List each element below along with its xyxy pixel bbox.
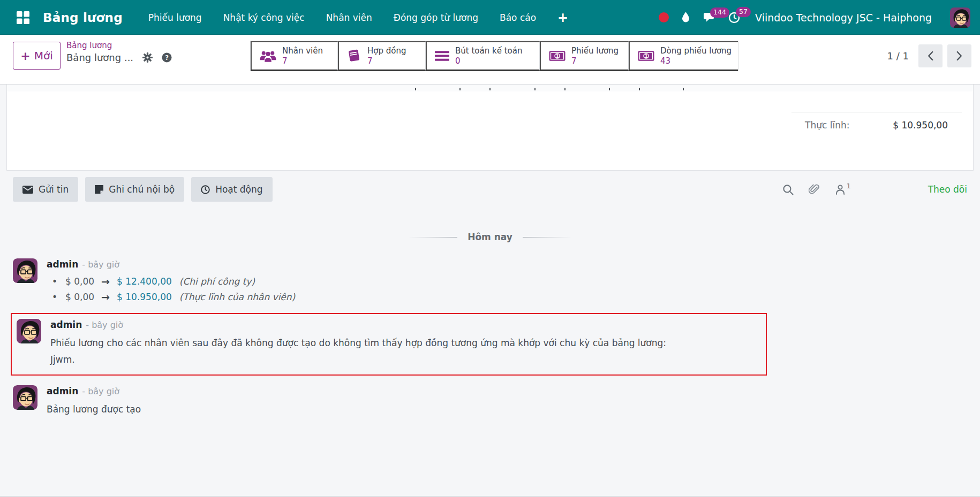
banknote-icon: 1 [638,50,654,62]
net-total-row: Thực lĩnh: $ 10.950,00 [791,112,962,131]
schedule-activity-button[interactable]: Hoạt động [191,177,272,202]
chevron-right-icon [958,52,961,60]
tracking-row: $ 0,00 $ 10.950,00 (Thực lĩnh của nhân v… [47,292,295,302]
book-icon [347,49,361,63]
tracking-field-note: (Thực lĩnh của nhân viên) [179,292,295,302]
payroll-form-screen: Bảng lương Phiếu lương Nhật ký công việc… [0,0,980,497]
app-menu: Phiếu lương Nhật ký công việc Nhân viên … [148,11,568,24]
avatar[interactable] [13,385,37,410]
message-tracking-values: admin - bây giờ $ 0,00 $ 12.400,00 (Chi … [13,258,980,302]
avatar[interactable] [13,258,37,283]
pager: 1 / 1 [887,41,971,71]
log-note-button[interactable]: Ghi chú nội bộ [85,177,184,202]
menu-item-nhan-vien[interactable]: Nhân viên [326,12,372,23]
date-divider-label: Hôm nay [468,232,512,242]
message-created-note: admin - bây giờ Bảng lương được tạo [13,385,980,418]
pager-next-button[interactable] [947,44,971,67]
menu-item-bao-cao[interactable]: Báo cáo [500,12,536,23]
followers-icon[interactable]: 1 [835,184,850,195]
pager-previous-button[interactable] [918,44,943,67]
message-author[interactable]: admin [50,319,82,330]
followers-count: 1 [846,182,850,190]
message-author[interactable]: admin [47,386,78,396]
users-icon [260,50,276,62]
top-navbar: Bảng lương Phiếu lương Nhật ký công việc… [0,0,980,35]
help-icon[interactable]: ? [162,52,172,63]
breadcrumb-current: Bảng lương ... [66,52,133,63]
droplet-icon[interactable] [682,12,690,23]
stat-button-payslip-lines[interactable]: 1 Dòng phiếu lương 43 [629,41,738,71]
gear-icon[interactable] [142,52,153,63]
stat-button-contracts[interactable]: Hợp đồng 7 [338,41,426,71]
menu-item-nhat-ky-cong-viec[interactable]: Nhật ký công việc [223,12,305,23]
stat-button-payslips[interactable]: 1 Phiếu lương 7 [540,41,629,71]
chatter: Gửi tin Ghi chú nội bộ H [0,171,980,497]
systray: 144 57 Viindoo Technology JSC - Haiphong [659,7,970,28]
attachments-paperclip-icon[interactable] [809,183,820,195]
message-time: - bây giờ [86,320,123,330]
chevron-left-icon [929,52,932,60]
arrow-right-icon [101,277,110,287]
chatter-toolbar: Gửi tin Ghi chú nội bộ H [0,177,980,202]
date-divider: Hôm nay [0,232,980,242]
arrow-right-icon [101,292,110,302]
tracking-old-value: $ 0,00 [65,292,94,302]
tracking-row: $ 0,00 $ 12.400,00 (Chi phí công ty) [47,276,295,287]
record-indicator-icon[interactable] [659,12,669,22]
tracking-field-note: (Chi phí công ty) [179,276,255,287]
breadcrumb-parent-link[interactable]: Bảng lương [66,41,172,50]
breadcrumb: Bảng lương Bảng lương ... [66,41,172,63]
follow-button[interactable]: Theo dõi [928,184,967,195]
plus-icon [20,49,30,63]
tracking-new-value: $ 10.950,00 [117,292,172,302]
control-panel: Mới Bảng lương Bảng lương ... [0,35,980,85]
banknote-icon: 1 [549,50,566,62]
message-time: - bây giờ [82,259,119,270]
svg-text:1: 1 [555,53,559,59]
plus-menu-icon[interactable] [557,11,568,24]
message-list: admin - bây giờ $ 0,00 $ 12.400,00 (Chi … [0,258,980,418]
svg-text:1: 1 [644,53,647,59]
chatter-tools: 1 Theo dõi [782,183,967,195]
stat-button-employees[interactable]: Nhân viên 7 [251,41,338,71]
message-body: Bảng lương được tạo [47,401,141,418]
note-icon [95,185,103,194]
search-messages-icon[interactable] [782,184,794,195]
message-time: - bây giờ [82,386,119,396]
bullet-icon [52,292,57,302]
menu-item-dong-gop-tu-luong[interactable]: Đóng góp từ lương [394,12,478,23]
clock-icon [201,185,210,194]
tracking-new-value: $ 12.400,00 [117,276,172,287]
app-title[interactable]: Bảng lương [43,11,123,25]
stat-button-journal-entries[interactable]: Bút toán kế toán 0 [426,41,540,71]
message-warning-highlighted: admin - bây giờ Phiếu lương cho các nhân… [11,313,767,376]
activities-clock-icon[interactable]: 57 [728,12,740,24]
stat-button-bar: Nhân viên 7 Hợp đồng 7 [250,41,738,71]
new-record-button[interactable]: Mới [13,42,61,70]
bars-icon [435,50,449,62]
company-switcher[interactable]: Viindoo Technology JSC - Haiphong [755,12,932,24]
form-sheet: Thực lĩnh: $ 10.950,00 [6,85,974,171]
avatar[interactable] [17,319,41,343]
apps-menu-icon[interactable] [16,11,30,25]
send-message-button[interactable]: Gửi tin [13,177,78,202]
net-total-value: $ 10.950,00 [893,120,948,131]
bullet-icon [52,276,57,287]
tracking-old-value: $ 0,00 [65,276,94,287]
activities-badge: 57 [736,7,751,18]
message-body: Phiếu lương cho các nhân viên sau đây đã… [50,335,666,368]
user-avatar[interactable] [950,7,970,28]
envelope-icon [22,186,33,194]
clipped-table-row [7,85,973,91]
messages-icon[interactable]: 144 [703,12,715,23]
pager-counter: 1 / 1 [887,50,909,62]
net-total-label: Thực lĩnh: [805,120,849,131]
svg-text:?: ? [165,54,169,62]
messages-badge: 144 [710,7,729,18]
menu-item-phieu-luong[interactable]: Phiếu lương [148,12,202,23]
message-author[interactable]: admin [47,259,78,270]
